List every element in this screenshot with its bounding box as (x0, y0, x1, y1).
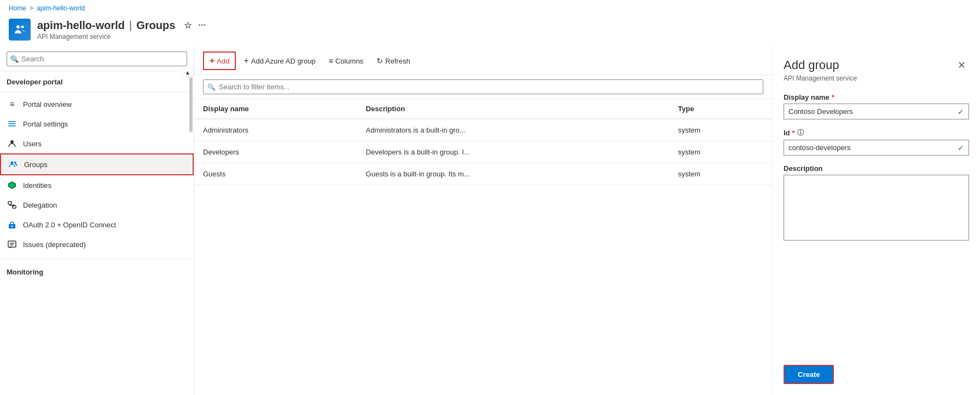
delegation-icon (7, 199, 18, 210)
sidebar-item-label: OAuth 2.0 + OpenID Connect (23, 221, 116, 229)
add-group-panel: Add group ✕ API Management service Displ… (772, 47, 980, 395)
sidebar-search-input[interactable] (7, 51, 187, 66)
toolbar: + Add + Add Azure AD group ≡ Columns ↻ R… (194, 47, 772, 75)
sidebar-scroll-up[interactable]: ▲ (182, 68, 194, 77)
col-display-name: Display name (194, 99, 357, 119)
create-button[interactable]: Create (784, 365, 834, 384)
title-separator: | (129, 19, 132, 32)
sidebar-item-identities[interactable]: Identities (0, 175, 194, 195)
breadcrumb-separator: > (30, 4, 33, 12)
service-icon (9, 19, 31, 41)
id-input[interactable] (784, 140, 969, 155)
svg-rect-12 (8, 241, 16, 247)
svg-point-0 (16, 25, 20, 28)
description-field: Description (784, 164, 969, 242)
sidebar-item-label: Portal overview (23, 100, 72, 108)
breadcrumb: Home > apim-hello-world (0, 0, 980, 16)
panel-close-button[interactable]: ✕ (954, 58, 969, 72)
description-textarea[interactable] (784, 175, 969, 241)
developer-portal-section-label: Developer portal (0, 71, 194, 89)
id-label: Id * ⓘ (784, 128, 969, 138)
more-options-icon[interactable]: ··· (198, 20, 205, 30)
plus-icon-2: + (243, 56, 248, 66)
sidebar-item-delegation[interactable]: Delegation (0, 195, 194, 215)
table-header: Display name Description Type (194, 99, 772, 119)
settings-icon (7, 118, 18, 129)
svg-point-1 (21, 26, 24, 28)
svg-point-6 (11, 162, 14, 164)
svg-rect-4 (8, 125, 16, 127)
panel-header: Add group ✕ (784, 58, 969, 72)
oauth-icon (7, 219, 18, 230)
sidebar-item-groups[interactable]: Groups (0, 153, 194, 175)
table-row[interactable]: Developers Developers is a built-in grou… (194, 141, 772, 163)
page-subtitle: API Management service (37, 33, 206, 41)
sidebar-scrollbar[interactable] (189, 77, 193, 132)
page-header: apim-hello-world | Groups ☆ ··· API Mana… (0, 16, 980, 47)
cell-description: Developers is a built-in group. I... (357, 141, 669, 163)
add-button[interactable]: + Add (203, 51, 236, 70)
sidebar-item-portal-overview[interactable]: ≡ Portal overview (0, 94, 194, 114)
collapse-sidebar-icon[interactable]: 《 (192, 54, 194, 64)
table-row[interactable]: Administrators Administrators is a built… (194, 119, 772, 141)
sidebar-item-users[interactable]: Users (0, 134, 194, 153)
panel-title: Add group (784, 58, 839, 72)
id-field: Id * ⓘ ✓ (784, 128, 969, 156)
sidebar-item-issues[interactable]: Issues (deprecated) (0, 234, 194, 254)
monitoring-section-label: Monitoring (0, 261, 194, 279)
display-name-input[interactable] (784, 104, 969, 119)
svg-point-7 (14, 162, 16, 164)
svg-point-11 (11, 226, 13, 227)
columns-icon: ≡ (329, 56, 333, 65)
display-name-label: Display name * (784, 93, 969, 101)
display-name-field: Display name * ✓ (784, 93, 969, 119)
add-azure-ad-group-button[interactable]: + Add Azure AD group (238, 53, 321, 69)
col-type: Type (669, 99, 772, 119)
id-input-wrap: ✓ (784, 140, 969, 156)
plus-icon: + (210, 56, 214, 66)
panel-header-text: Add group (784, 58, 839, 72)
display-name-required: * (832, 93, 834, 101)
sidebar-item-oauth[interactable]: OAuth 2.0 + OpenID Connect (0, 215, 194, 234)
svg-rect-8 (8, 202, 11, 204)
table-search-container (194, 75, 772, 99)
refresh-button[interactable]: ↻ Refresh (371, 53, 416, 68)
svg-rect-2 (8, 121, 16, 122)
id-required: * (792, 129, 795, 137)
breadcrumb-home[interactable]: Home (9, 4, 26, 12)
sidebar-item-label: Users (23, 140, 42, 148)
sidebar-search-icon: 🔍 (11, 55, 19, 63)
table-row[interactable]: Guests Guests is a built-in group. Its m… (194, 163, 772, 185)
sidebar-item-portal-settings[interactable]: Portal settings (0, 114, 194, 134)
groups-table-container: Display name Description Type Administra… (194, 99, 772, 395)
id-info-icon[interactable]: ⓘ (797, 128, 804, 138)
sidebar-item-label: Portal settings (23, 120, 68, 128)
issues-icon (7, 239, 18, 250)
panel-footer: Create (784, 354, 969, 384)
sidebar-item-label: Delegation (23, 201, 57, 209)
favorite-icon[interactable]: ☆ (184, 20, 192, 31)
page-title: apim-hello-world | Groups ☆ ··· (37, 19, 206, 32)
main-content: + Add + Add Azure AD group ≡ Columns ↻ R… (194, 47, 772, 395)
svg-point-5 (10, 140, 14, 144)
section-divider-2 (0, 259, 194, 259)
display-name-check-icon: ✓ (958, 107, 964, 116)
sidebar: 🔍 《 ▲ Developer portal ≡ Portal overview (0, 47, 194, 395)
identities-icon (7, 180, 18, 191)
sidebar-search-container: 🔍 《 (0, 47, 194, 71)
bars-icon: ≡ (7, 99, 18, 110)
table-search-input[interactable] (203, 79, 763, 94)
page-header-text: apim-hello-world | Groups ☆ ··· API Mana… (37, 19, 206, 41)
description-label: Description (784, 164, 969, 173)
cell-description: Administrators is a built-in gro... (357, 119, 669, 141)
sidebar-item-label: Groups (24, 161, 48, 169)
id-check-icon: ✓ (958, 144, 964, 152)
breadcrumb-current[interactable]: apim-hello-world (37, 4, 85, 12)
groups-icon (8, 159, 19, 170)
sidebar-item-label: Identities (23, 181, 51, 190)
cell-description: Guests is a built-in group. Its m... (357, 163, 669, 185)
cell-display-name: Administrators (194, 119, 357, 141)
cell-display-name: Developers (194, 141, 357, 163)
columns-button[interactable]: ≡ Columns (323, 53, 369, 68)
svg-rect-3 (8, 123, 16, 124)
